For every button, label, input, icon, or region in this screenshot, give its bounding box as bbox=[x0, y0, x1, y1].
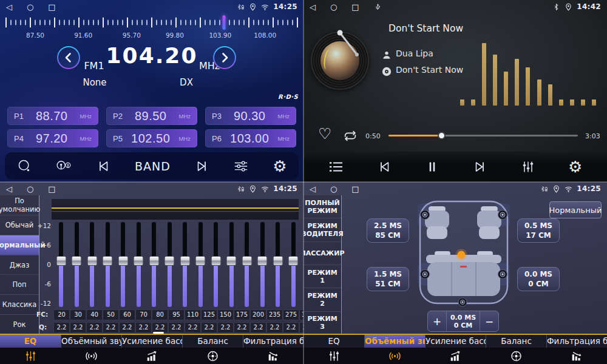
preset-P1[interactable]: P188.70MHz bbox=[7, 107, 98, 125]
back-button[interactable]: ◁ bbox=[310, 3, 316, 11]
fc-value[interactable]: 20 bbox=[53, 309, 70, 320]
profile-dropdown[interactable]: Нормальный bbox=[549, 201, 602, 218]
previous-track-button[interactable] bbox=[376, 160, 392, 174]
fc-value[interactable]: 40 bbox=[86, 309, 103, 320]
q-value[interactable]: 2.2 bbox=[103, 322, 119, 333]
eq-slider-handle[interactable] bbox=[242, 256, 252, 266]
mode-item[interactable]: ПОЛНЫЙ РЕЖИМ bbox=[304, 195, 341, 218]
eq-band-slider[interactable] bbox=[162, 222, 178, 307]
back-button[interactable]: ◁ bbox=[6, 185, 12, 193]
recents-button[interactable]: □ bbox=[351, 3, 359, 11]
delay-rear-right[interactable]: 0.0 MS 0 CM bbox=[517, 267, 560, 291]
next-station-button[interactable] bbox=[194, 159, 210, 174]
eq-slider-handle[interactable] bbox=[226, 256, 237, 266]
q-value[interactable]: 2.2 bbox=[70, 322, 86, 333]
q-value[interactable]: 2.2 bbox=[266, 322, 283, 333]
fc-value[interactable]: 50 bbox=[103, 309, 119, 320]
tab-eq[interactable]: EQ bbox=[304, 335, 364, 364]
recents-button[interactable]: □ bbox=[351, 185, 359, 193]
tab-surround[interactable]: Объёмный звук bbox=[364, 335, 425, 364]
home-button[interactable]: ○ bbox=[330, 185, 337, 193]
tab-eq[interactable]: EQ bbox=[0, 335, 61, 364]
mode-item[interactable]: РЕЖИМ 1 bbox=[304, 265, 341, 288]
tab-bass[interactable]: Усиление басов bbox=[121, 335, 182, 364]
eq-band-slider[interactable] bbox=[131, 222, 147, 307]
settings-button[interactable]: ⚙ bbox=[273, 158, 287, 174]
eq-band-slider[interactable] bbox=[69, 222, 85, 307]
eq-slider-handle[interactable] bbox=[164, 256, 175, 266]
fc-value[interactable]: 125 bbox=[201, 309, 217, 320]
eq-band-slider[interactable] bbox=[146, 222, 162, 307]
eq-preset-item[interactable]: По умолчанию bbox=[0, 195, 39, 215]
eq-slider-handle[interactable] bbox=[273, 256, 283, 266]
recents-button[interactable]: □ bbox=[48, 185, 55, 193]
q-value[interactable]: 2.2 bbox=[201, 322, 217, 333]
mode-item[interactable]: РЕЖИМ ВОДИТЕЛЯ bbox=[304, 218, 341, 241]
fc-value[interactable]: 70 bbox=[135, 309, 152, 320]
delay-rear-left[interactable]: 1.5 MS 51 CM bbox=[367, 267, 409, 291]
eq-slider-handle[interactable] bbox=[87, 256, 97, 266]
eq-band-slider[interactable] bbox=[239, 222, 255, 307]
car-top-view[interactable] bbox=[418, 199, 510, 313]
mode-item[interactable]: ПАССАЖИР bbox=[304, 242, 341, 265]
fc-value[interactable]: 80 bbox=[152, 309, 168, 320]
fc-value[interactable]: 235 bbox=[266, 309, 283, 320]
eq-slider-handle[interactable] bbox=[149, 256, 159, 266]
seek-down-button[interactable] bbox=[57, 46, 80, 69]
fc-value[interactable]: 275 bbox=[283, 309, 299, 320]
next-track-button[interactable] bbox=[472, 160, 488, 174]
q-value[interactable]: 2.2 bbox=[217, 322, 234, 333]
eq-band-slider[interactable] bbox=[224, 222, 240, 307]
prev-station-button[interactable] bbox=[95, 159, 111, 174]
tab-filter[interactable]: Фильтрация ба... bbox=[546, 335, 607, 364]
eq-band-slider[interactable] bbox=[100, 222, 116, 307]
q-value[interactable]: 2.2 bbox=[86, 322, 103, 333]
progress-bar[interactable] bbox=[388, 135, 578, 136]
playlist-button[interactable] bbox=[328, 160, 344, 174]
q-value[interactable]: 2.2 bbox=[53, 322, 70, 333]
fc-value[interactable]: 150 bbox=[217, 309, 234, 320]
tab-surround[interactable]: Объёмный звук bbox=[61, 335, 121, 364]
eq-slider-handle[interactable] bbox=[180, 256, 190, 266]
q-value[interactable]: 2.2 bbox=[119, 322, 135, 333]
frequency-dial[interactable] bbox=[6, 15, 297, 30]
tab-filter[interactable]: Фильтрация ба... bbox=[243, 335, 304, 364]
preset-P3[interactable]: P390.30MHz bbox=[205, 107, 296, 125]
home-button[interactable]: ○ bbox=[27, 3, 33, 11]
progress-knob[interactable] bbox=[438, 132, 446, 140]
delay-front-left[interactable]: 2.5 MS 85 CM bbox=[367, 218, 409, 243]
eq-band-slider[interactable] bbox=[53, 222, 69, 307]
eq-slider-handle[interactable] bbox=[103, 256, 113, 266]
preset-P4[interactable]: P497.20MHz bbox=[7, 129, 98, 147]
eq-preset-item[interactable]: Рок bbox=[0, 315, 39, 335]
increase-delay-button[interactable]: + bbox=[428, 311, 446, 331]
back-button[interactable]: ◁ bbox=[310, 185, 316, 193]
eq-band-slider[interactable] bbox=[286, 222, 302, 307]
eq-slider-handle[interactable] bbox=[195, 256, 206, 266]
eq-band-slider[interactable] bbox=[193, 222, 209, 307]
tab-balance[interactable]: Баланс bbox=[486, 335, 546, 364]
seek-up-button[interactable] bbox=[213, 46, 236, 69]
eq-band-slider[interactable] bbox=[208, 222, 224, 307]
eq-slider-handle[interactable] bbox=[56, 256, 66, 266]
q-value[interactable]: 2.2 bbox=[135, 322, 152, 333]
eq-slider-handle[interactable] bbox=[118, 256, 128, 266]
fc-value[interactable]: 110 bbox=[185, 309, 201, 320]
preset-P6[interactable]: P6103.00MHz bbox=[205, 129, 296, 147]
tune-button[interactable] bbox=[233, 159, 249, 174]
eq-slider-handle[interactable] bbox=[72, 256, 82, 266]
eq-slider-handle[interactable] bbox=[211, 256, 221, 266]
scan-button[interactable] bbox=[16, 159, 32, 174]
fc-value[interactable]: 200 bbox=[250, 309, 266, 320]
eq-slider-handle[interactable] bbox=[257, 256, 268, 266]
broadcast-button[interactable] bbox=[56, 159, 72, 174]
album-art[interactable] bbox=[311, 32, 369, 90]
delay-front-right[interactable]: 0.5 MS 17 CM bbox=[517, 218, 560, 243]
favorite-button[interactable]: ♡ bbox=[318, 126, 331, 141]
fc-value[interactable]: 60 bbox=[119, 309, 135, 320]
eq-band-slider[interactable] bbox=[84, 222, 100, 307]
tab-bass[interactable]: Усиление басов bbox=[425, 335, 486, 364]
q-value[interactable]: 2.2 bbox=[250, 322, 266, 333]
tab-balance[interactable]: Баланс bbox=[182, 335, 243, 364]
back-button[interactable]: ◁ bbox=[6, 3, 12, 11]
